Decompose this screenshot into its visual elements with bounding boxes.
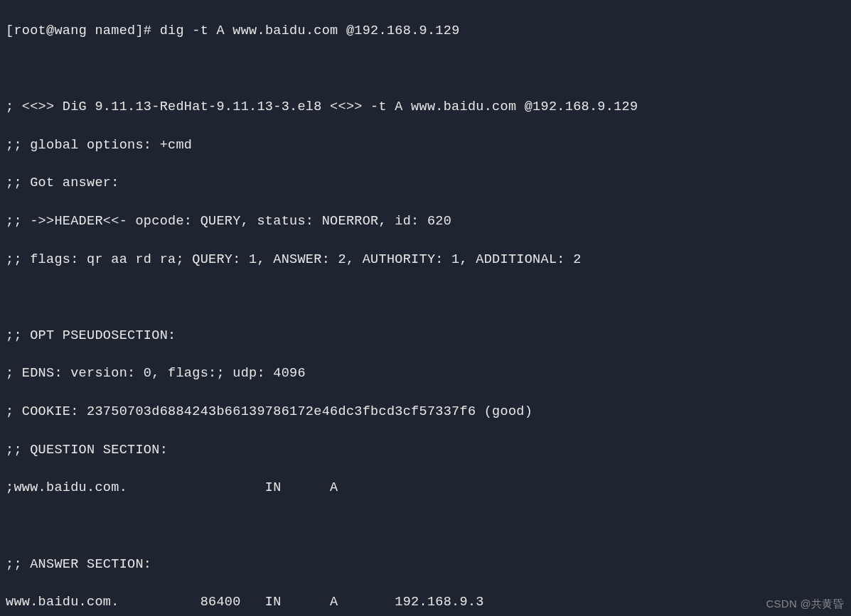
cookie-line: ; COOKIE: 23750703d6884243b66139786172e4… [6,403,845,422]
prompt-symbol: # [144,23,151,38]
terminal-output: [root@wang named]# dig -t A www.baidu.co… [6,3,845,616]
dig-banner: ; <<>> DiG 9.11.13-RedHat-9.11.13-3.el8 … [6,98,845,117]
question-section-title: ;; QUESTION SECTION: [6,441,845,460]
edns-line: ; EDNS: version: 0, flags:; udp: 4096 [6,364,845,384]
blank-line [6,288,845,308]
command-text: dig -t A www.baidu.com @192.168.9.129 [160,23,460,38]
answer-section-title: ;; ANSWER SECTION: [6,556,845,575]
prompt-host: wang [54,23,87,38]
question-row: ;www.baidu.com. IN A [6,479,845,498]
header-line: ;; ->>HEADER<<- opcode: QUERY, status: N… [6,212,845,232]
prompt-line[interactable]: [root@wang named]# dig -t A www.baidu.co… [6,22,845,41]
flags-line: ;; flags: qr aa rd ra; QUERY: 1, ANSWER:… [6,251,845,270]
watermark: CSDN @共黄昏 [766,596,844,612]
global-options: ;; global options: +cmd [6,136,845,156]
opt-section-title: ;; OPT PSEUDOSECTION: [6,327,845,346]
blank-line [6,60,845,79]
blank-line [6,517,845,536]
prompt-user: root [14,23,46,38]
got-answer: ;; Got answer: [6,174,845,193]
answer-row: www.baidu.com. 86400 IN A 192.168.9.3 [6,593,845,612]
prompt-cwd: named [95,23,135,38]
